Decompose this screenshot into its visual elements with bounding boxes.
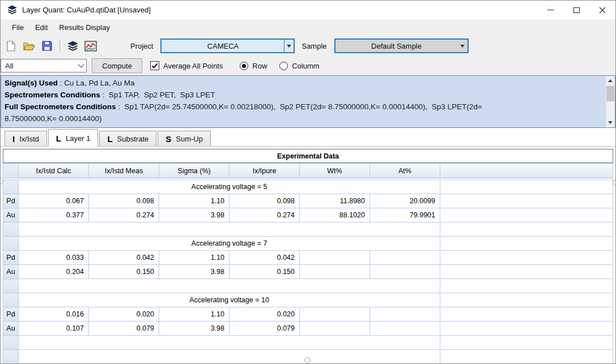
- menu-item-edit[interactable]: Edit: [29, 20, 53, 35]
- data-cell[interactable]: 3.98: [159, 322, 230, 336]
- table-row: Au 0.377 0.274 3.98 0.274 88.1020 79.990…: [3, 208, 613, 222]
- voltage-row-label: Accelerating voltage = 10: [19, 293, 440, 307]
- floppy-save-icon: [42, 41, 52, 51]
- data-cell[interactable]: [300, 322, 370, 336]
- row-header-pd: Pd: [3, 307, 19, 322]
- voltage-section-row: Accelerating voltage = 10: [3, 293, 613, 307]
- new-file-button[interactable]: [4, 39, 18, 53]
- scroll-down-button[interactable]: [606, 118, 615, 127]
- row-header: [3, 293, 19, 307]
- project-select[interactable]: CAMECA: [160, 38, 295, 53]
- triangle-up-icon: [608, 79, 613, 82]
- results-chart-button[interactable]: [84, 39, 97, 53]
- average-all-points-checkbox[interactable]: Average All Points: [150, 61, 223, 70]
- data-cell[interactable]: [370, 265, 440, 279]
- data-cell[interactable]: [300, 265, 370, 279]
- radio-column[interactable]: Columm: [279, 62, 319, 70]
- maximize-button[interactable]: [563, 1, 589, 19]
- layers-icon: [67, 41, 78, 52]
- data-cell[interactable]: 0.377: [19, 208, 89, 222]
- chevron-down-icon: [78, 61, 84, 67]
- minimize-icon: [547, 10, 554, 10]
- tab-layer-1[interactable]: L Layer 1: [48, 129, 99, 147]
- column-header: Sigma (%): [159, 164, 230, 178]
- minimize-button[interactable]: [537, 1, 563, 19]
- data-cell[interactable]: 0.042: [230, 251, 300, 265]
- open-file-button[interactable]: [22, 39, 36, 53]
- data-cell[interactable]: 0.020: [230, 307, 300, 322]
- titlebar: Layer Quant: CuAuPd.qtiDat [Unsaved]: [1, 1, 615, 19]
- info-line-signals: Signal(s) Used : Cu La, Pd La, Au Ma: [5, 77, 611, 89]
- layers-button[interactable]: [66, 39, 79, 53]
- toolbar-icons: [1, 39, 97, 53]
- sample-select[interactable]: Default Sample: [334, 38, 469, 53]
- menu-item-results-display[interactable]: Results Display: [53, 20, 116, 35]
- data-cell[interactable]: 1.10: [159, 251, 230, 265]
- checkbox-box: [150, 61, 159, 70]
- data-cell[interactable]: 3.98: [159, 208, 230, 222]
- save-file-button[interactable]: [40, 39, 54, 53]
- checkmark-icon: [151, 63, 158, 69]
- compute-button[interactable]: Compute: [92, 58, 142, 73]
- window-controls: [537, 1, 615, 19]
- data-cell[interactable]: 0.150: [230, 265, 300, 279]
- data-cell[interactable]: [370, 307, 440, 322]
- menu-item-file[interactable]: File: [6, 20, 29, 35]
- project-label: Project: [130, 42, 153, 50]
- tab-glyph-l: L: [56, 134, 61, 143]
- data-cell[interactable]: [300, 307, 370, 322]
- toolbar: Project CAMECA Sample Default Sample: [1, 36, 615, 56]
- data-cell[interactable]: 0.042: [89, 251, 159, 265]
- tab-label: Layer 1: [66, 134, 90, 143]
- data-cell[interactable]: [370, 322, 440, 336]
- data-cell[interactable]: 0.274: [230, 208, 300, 222]
- data-cell[interactable]: 0.098: [89, 194, 159, 208]
- data-grid: Ix/Istd Calc Ix/Istd Meas Sigma (%) Ix/I…: [3, 163, 613, 364]
- data-cell[interactable]: [370, 251, 440, 265]
- data-cell[interactable]: 1.10: [159, 307, 230, 322]
- data-cell[interactable]: 88.1020: [300, 208, 370, 222]
- column-header: Ix/Istd Calc: [19, 164, 89, 178]
- data-cell[interactable]: 0.020: [89, 307, 159, 322]
- info-scrollbar[interactable]: [605, 76, 615, 127]
- data-cell[interactable]: 0.274: [89, 208, 159, 222]
- corner-cell: [3, 164, 19, 178]
- data-cell[interactable]: 0.107: [19, 322, 89, 336]
- scroll-indicator-bottom: [304, 357, 311, 363]
- data-cell[interactable]: 0.098: [230, 194, 300, 208]
- trailing-cell: [440, 180, 613, 194]
- tab-sum-up[interactable]: S Sum-Up: [158, 131, 211, 146]
- tab-ix-istd[interactable]: I Ix/Istd: [5, 131, 47, 146]
- data-cell[interactable]: 0.016: [19, 307, 89, 322]
- trailing-cell: [440, 194, 613, 208]
- tab-substrate[interactable]: L Substrate: [99, 131, 156, 146]
- scroll-indicator-right: [613, 179, 616, 186]
- close-button[interactable]: [589, 1, 615, 19]
- trailing-cell: [440, 307, 613, 322]
- data-cell[interactable]: 11.8980: [300, 194, 370, 208]
- data-cell[interactable]: 0.079: [230, 322, 300, 336]
- data-cell[interactable]: 1.10: [159, 194, 230, 208]
- data-cell[interactable]: 0.150: [89, 265, 159, 279]
- radio-row[interactable]: Row: [240, 62, 267, 70]
- separator-row: [3, 336, 613, 350]
- data-cell[interactable]: 3.98: [159, 265, 230, 279]
- filter-select[interactable]: All: [1, 59, 87, 72]
- chart-icon: [84, 41, 97, 52]
- data-cell[interactable]: 0.204: [19, 265, 89, 279]
- scroll-thumb[interactable]: [606, 86, 614, 101]
- data-cell[interactable]: 0.067: [19, 194, 89, 208]
- empty-cell: [19, 336, 440, 350]
- data-cell[interactable]: 79.9901: [370, 208, 440, 222]
- row-header-pd: Pd: [3, 251, 19, 265]
- triangle-down-icon: [608, 121, 613, 124]
- data-cell[interactable]: 0.079: [89, 322, 159, 336]
- data-cell[interactable]: [300, 251, 370, 265]
- row-header-pd: Pd: [3, 194, 19, 208]
- tab-glyph-i: I: [12, 134, 15, 144]
- scroll-up-button[interactable]: [606, 76, 615, 85]
- trailing-cell: [440, 322, 613, 336]
- tab-glyph-l: L: [107, 134, 112, 144]
- data-cell[interactable]: 20.0099: [370, 194, 440, 208]
- data-cell[interactable]: 0.033: [19, 251, 89, 265]
